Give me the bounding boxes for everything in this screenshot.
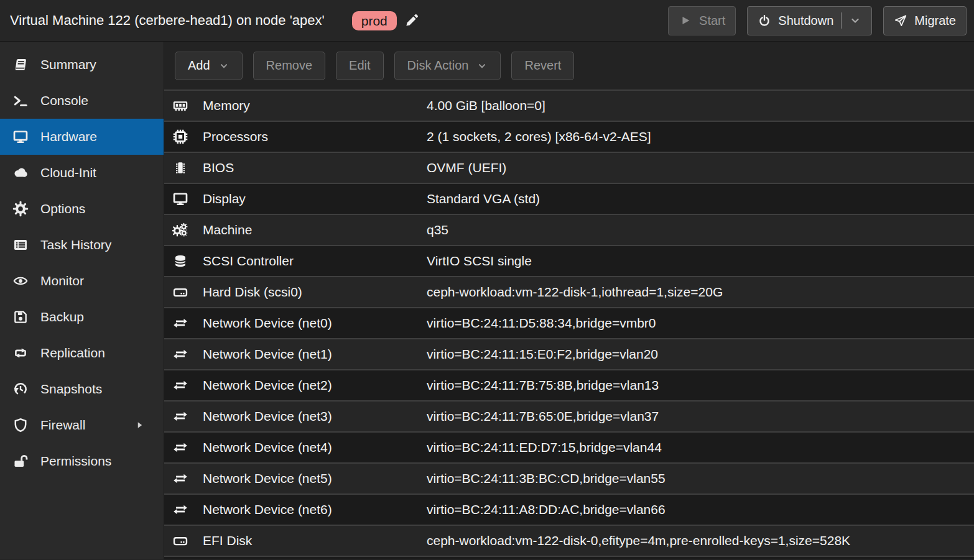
hardware-row-network-device-net2[interactable]: Network Device (net2)virtio=BC:24:11:7B:…: [164, 369, 974, 400]
sidebar-item-console[interactable]: Console: [0, 83, 164, 119]
cogs-icon: [172, 222, 189, 238]
hardware-key: Display: [203, 191, 427, 206]
vm-tag-prod[interactable]: prod: [352, 11, 397, 30]
hardware-row-efi-disk[interactable]: EFI Diskceph-workload:vm-122-disk-0,efit…: [164, 525, 974, 556]
button-label: Disk Action: [407, 58, 469, 73]
hardware-row-network-device-net6[interactable]: Network Device (net6)virtio=BC:24:11:A8:…: [164, 493, 974, 525]
sidebar-item-label: Summary: [40, 57, 96, 72]
hardware-value: ceph-workload:vm-122-disk-0,efitype=4m,p…: [427, 533, 850, 548]
chevron-down-icon: [476, 60, 488, 71]
hardware-key: SCSI Controller: [203, 254, 427, 269]
migrate-button[interactable]: Migrate: [883, 6, 967, 35]
main-panel: AddRemoveEditDisk ActionRevert Memory4.0…: [164, 42, 974, 559]
hardware-value: 4.00 GiB [balloon=0]: [427, 98, 545, 113]
floppy-icon: [11, 309, 30, 325]
eye-icon: [11, 273, 30, 289]
hardware-row-network-device-net5[interactable]: Network Device (net5)virtio=BC:24:11:3B:…: [164, 462, 974, 493]
sidebar-item-monitor[interactable]: Monitor: [0, 263, 164, 299]
vm-header: Virtual Machine 122 (cerbere-head1) on n…: [0, 0, 974, 42]
button-label: Migrate: [914, 14, 956, 28]
hardware-key: Machine: [203, 223, 427, 237]
hardware-value: virtio=BC:24:11:3B:BC:CD,bridge=vlan55: [427, 471, 666, 486]
send-icon: [894, 14, 907, 27]
caret-right-icon[interactable]: [134, 420, 145, 431]
chevron-down-icon[interactable]: [849, 14, 861, 27]
hardware-row-scsi-controller[interactable]: SCSI ControllerVirtIO SCSI single: [164, 245, 974, 276]
sidebar-item-hardware[interactable]: Hardware: [0, 119, 164, 155]
hardware-value: virtio=BC:24:11:7B:65:0E,bridge=vlan37: [427, 409, 659, 424]
hardware-key: Network Device (net6): [203, 502, 427, 517]
sidebar-item-replication[interactable]: Replication: [0, 335, 164, 371]
sidebar-item-label: Monitor: [40, 273, 84, 288]
hardware-row-hard-disk-scsi0[interactable]: Hard Disk (scsi0)ceph-workload:vm-122-di…: [164, 276, 974, 307]
exchange-icon: [172, 502, 189, 518]
hardware-row-display[interactable]: DisplayStandard VGA (std): [164, 183, 974, 214]
hardware-key: Memory: [203, 98, 427, 113]
page-title: Virtual Machine 122 (cerbere-head1) on n…: [10, 12, 325, 29]
hardware-row-network-device-net1[interactable]: Network Device (net1)virtio=BC:24:11:15:…: [164, 338, 974, 369]
hardware-row-network-device-net3[interactable]: Network Device (net3)virtio=BC:24:11:7B:…: [164, 400, 974, 431]
list-icon: [11, 237, 30, 253]
hardware-toolbar: AddRemoveEditDisk ActionRevert: [164, 42, 974, 90]
chevron-down-icon: [218, 60, 230, 71]
remove-button: Remove: [253, 52, 325, 80]
button-label: Start: [699, 14, 725, 28]
hardware-key: Network Device (net4): [203, 440, 427, 455]
exchange-icon: [172, 439, 189, 456]
sidebar-item-backup[interactable]: Backup: [0, 299, 164, 335]
sidebar-item-summary[interactable]: Summary: [0, 47, 164, 83]
hardware-row-processors[interactable]: Processors2 (1 sockets, 2 cores) [x86-64…: [164, 121, 974, 152]
hardware-value: 2 (1 sockets, 2 cores) [x86-64-v2-AES]: [427, 129, 651, 144]
button-label: Remove: [266, 58, 312, 73]
sidebar-item-label: Replication: [40, 346, 105, 360]
hardware-key: Network Device (net5): [203, 471, 427, 486]
book-icon: [11, 57, 30, 73]
add-button[interactable]: Add: [175, 52, 243, 80]
sidebar-item-permissions[interactable]: Permissions: [0, 443, 164, 479]
button-label: Shutdown: [778, 14, 833, 28]
hardware-key: Processors: [203, 129, 427, 144]
unlock-icon: [11, 453, 30, 469]
exchange-icon: [172, 408, 189, 425]
sidebar-item-label: Firewall: [40, 418, 85, 433]
gear-icon: [11, 201, 30, 217]
hardware-row-network-device-net4[interactable]: Network Device (net4)virtio=BC:24:11:ED:…: [164, 431, 974, 462]
shutdown-button[interactable]: Shutdown: [747, 6, 872, 35]
start-button: Start: [668, 6, 736, 35]
sidebar-item-label: Cloud-Init: [40, 165, 96, 180]
hardware-key: BIOS: [203, 160, 427, 175]
pencil-icon[interactable]: [404, 13, 419, 28]
vm-sidebar: SummaryConsoleHardwareCloud-InitOptionsT…: [0, 42, 164, 559]
header-actions: StartShutdownMigrate: [668, 6, 967, 35]
cpu-icon: [172, 129, 189, 145]
hardware-key: EFI Disk: [203, 533, 427, 548]
sidebar-item-task-history[interactable]: Task History: [0, 227, 164, 263]
terminal-icon: [11, 93, 30, 109]
button-label: Edit: [349, 58, 370, 73]
hardware-row-memory[interactable]: Memory4.00 GiB [balloon=0]: [164, 90, 974, 121]
hardware-value: virtio=BC:24:11:ED:D7:15,bridge=vlan44: [427, 440, 662, 455]
sidebar-item-label: Backup: [40, 310, 84, 324]
sidebar-item-label: Snapshots: [40, 382, 102, 397]
history-icon: [11, 381, 30, 397]
power-icon: [758, 14, 771, 27]
hardware-key: Hard Disk (scsi0): [203, 285, 427, 300]
hardware-value: OVMF (UEFI): [427, 160, 506, 175]
sidebar-item-firewall[interactable]: Firewall: [0, 407, 164, 443]
sidebar-item-label: Hardware: [40, 129, 97, 144]
hardware-value: virtio=BC:24:11:D5:88:34,bridge=vmbr0: [427, 316, 656, 331]
hardware-key: Network Device (net0): [203, 316, 427, 331]
hardware-value: Standard VGA (std): [427, 191, 540, 206]
exchange-icon: [172, 377, 189, 393]
sidebar-item-snapshots[interactable]: Snapshots: [0, 371, 164, 407]
hdd-icon: [172, 284, 189, 300]
sidebar-item-cloud-init[interactable]: Cloud-Init: [0, 155, 164, 191]
hardware-row-network-device-net0[interactable]: Network Device (net0)virtio=BC:24:11:D5:…: [164, 307, 974, 338]
button-divider: [841, 12, 842, 29]
hardware-row-machine[interactable]: Machineq35: [164, 214, 974, 245]
sidebar-item-options[interactable]: Options: [0, 191, 164, 227]
disk-action-button: Disk Action: [394, 52, 501, 80]
hdd-icon: [172, 533, 189, 549]
hardware-row-bios[interactable]: BIOSOVMF (UEFI): [164, 152, 974, 183]
sidebar-item-label: Task History: [40, 237, 111, 252]
